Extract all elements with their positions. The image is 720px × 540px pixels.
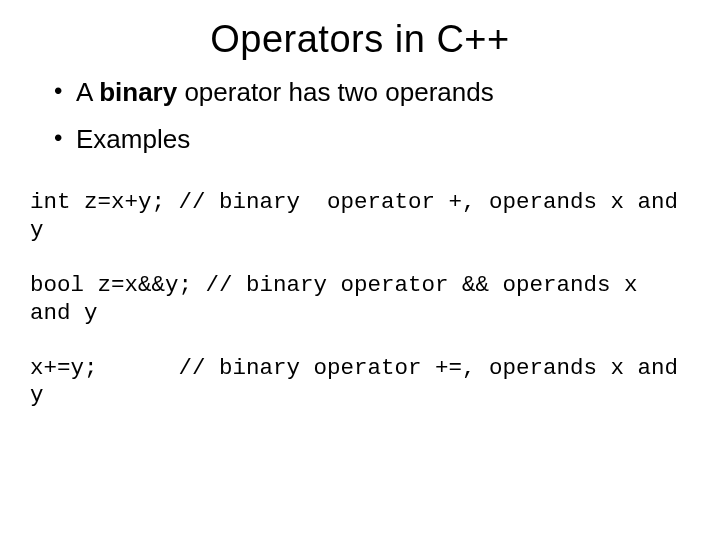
code-line: bool z=x&&y; // binary operator && opera… [30,272,690,327]
code-line: x+=y; // binary operator +=, operands x … [30,355,690,410]
code-seg: x+=y; [30,355,179,381]
bullet-text-post: operator has two operands [177,77,494,107]
bullet-text-pre: A [76,77,99,107]
bullet-text-pre: Examples [76,124,190,154]
bullet-item: A binary operator has two operands [54,75,680,110]
code-block: int z=x+y; // binary operator +, operand… [30,189,690,410]
slide: Operators in C++ A binary operator has t… [0,18,720,540]
bullet-item: Examples [54,122,680,157]
code-seg: int z=x+y; [30,189,165,215]
code-seg: bool z=x&&y; [30,272,192,298]
code-line: int z=x+y; // binary operator +, operand… [30,189,690,244]
bullet-list: A binary operator has two operands Examp… [0,75,720,157]
slide-title: Operators in C++ [0,18,720,61]
bullet-text-bold: binary [99,77,177,107]
